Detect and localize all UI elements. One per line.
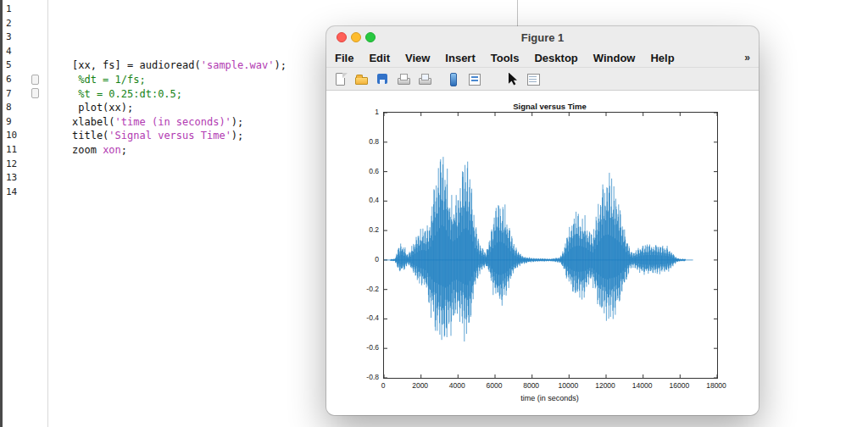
line-number: 5 (3, 58, 28, 73)
menu-desktop[interactable]: Desktop (534, 52, 577, 64)
line-number: 3 (3, 30, 28, 45)
y-tick-label: -0.8 (352, 373, 379, 381)
x-tick-label: 0 (364, 381, 402, 390)
line-number: 14 (3, 186, 28, 200)
line-number: 6 (3, 73, 28, 87)
toolbar (326, 68, 759, 91)
code-line[interactable]: %t = 0.25:dt:0.5; (72, 87, 287, 102)
menu-window[interactable]: Window (593, 52, 636, 64)
waveform-line (384, 157, 693, 341)
code-line[interactable]: [xx, fs] = audioread('sample.wav'); (72, 58, 287, 73)
code-line[interactable] (72, 3, 287, 17)
code-line[interactable]: zoom xon; (72, 143, 287, 158)
traffic-lights (337, 32, 376, 42)
line-number: 4 (3, 45, 28, 59)
menu-help[interactable]: Help (650, 52, 674, 64)
code-line[interactable] (72, 17, 287, 31)
code-line[interactable]: %dt = 1/fs; (72, 73, 287, 87)
code-segment: %dt = 1/fs; (72, 74, 146, 86)
code-segment: ; (121, 144, 127, 156)
code-fold-marker[interactable] (31, 75, 39, 85)
code-segment: xlabel( (72, 116, 115, 128)
code-segment: ); (231, 130, 243, 141)
titlebar[interactable]: Figure 1 (326, 26, 759, 48)
open-file-button[interactable] (353, 70, 370, 88)
line-number: 11 (3, 143, 28, 158)
code-segment: 'Signal versus Time' (108, 130, 231, 141)
plot-axes[interactable] (383, 112, 718, 379)
code-segment: ); (274, 59, 286, 71)
line-number: 10 (3, 129, 28, 143)
code-segment: 'sample.wav' (201, 59, 275, 71)
line-number: 13 (3, 171, 28, 186)
open-file-icon (354, 72, 369, 86)
code-area[interactable]: [xx, fs] = audioread('sample.wav'); %dt … (48, 3, 287, 199)
y-tick-label: 1 (352, 108, 379, 116)
background-window-edge (517, 0, 518, 26)
y-tick-label: 0.6 (352, 167, 379, 175)
code-line[interactable]: xlabel('time (in seconds)'); (72, 115, 287, 130)
code-segment: zoom (72, 144, 103, 156)
menu-tools[interactable]: Tools (491, 52, 520, 64)
code-line[interactable] (72, 186, 287, 200)
x-tick-label: 18000 (698, 381, 735, 390)
save-figure-icon (376, 72, 390, 86)
x-tick-label: 12000 (587, 381, 624, 390)
colorbar-icon (446, 72, 460, 86)
code-line[interactable]: plot(xx); (72, 101, 287, 115)
code-line[interactable] (72, 171, 287, 186)
line-number: 12 (3, 158, 28, 172)
colorbar-button[interactable] (444, 70, 462, 88)
x-tick-label: 10000 (549, 381, 587, 390)
edit-plot-icon (505, 72, 520, 86)
x-tick-label: 8000 (513, 381, 550, 390)
code-line[interactable] (72, 158, 287, 172)
minimize-button[interactable] (351, 32, 361, 42)
line-number: 1 (3, 3, 28, 17)
menu-edit[interactable]: Edit (369, 52, 390, 64)
new-figure-button[interactable] (331, 70, 349, 88)
y-tick-label: -0.2 (352, 285, 379, 293)
code-segment: title( (72, 130, 108, 141)
insert-legend-icon (467, 72, 481, 86)
y-tick-label: 0.4 (352, 196, 379, 204)
menu-view[interactable]: View (405, 52, 430, 64)
code-line[interactable]: title('Signal versus Time'); (72, 129, 287, 143)
menu-insert[interactable]: Insert (445, 52, 475, 64)
x-tick-label: 16000 (660, 381, 698, 390)
code-line[interactable] (72, 30, 287, 45)
line-number: 2 (3, 17, 28, 31)
code-line[interactable] (72, 45, 287, 59)
edit-plot-button[interactable] (504, 70, 521, 88)
close-button[interactable] (337, 32, 347, 42)
code-fold-marker[interactable] (31, 88, 39, 98)
x-tick-label: 6000 (476, 381, 513, 390)
y-tick-label: 0 (352, 255, 379, 263)
save-figure-button[interactable] (374, 70, 392, 88)
plot-title: Signal versus Time (383, 102, 716, 111)
code-segment: %t = 0.25:dt:0.5; (72, 88, 182, 100)
code-segment: xon (103, 144, 121, 156)
code-editor[interactable]: 1234567891011121314 [xx, fs] = audioread… (3, 0, 325, 427)
x-axis-label: time (in seconds) (383, 394, 716, 402)
print-preview-button[interactable] (416, 70, 434, 88)
print-preview-icon (418, 72, 432, 86)
menu-bar: » FileEditViewInsertToolsDesktopWindowHe… (326, 48, 759, 68)
menu-file[interactable]: File (335, 52, 353, 64)
zoom-button[interactable] (365, 32, 376, 42)
insert-legend-button[interactable] (465, 70, 483, 88)
waveform-plot (384, 113, 717, 378)
figure-canvas[interactable]: Signal versus Time 10.80.60.40.20-0.2-0.… (326, 91, 759, 415)
print-button[interactable] (395, 70, 413, 88)
line-number-gutter: 1234567891011121314 (3, 3, 28, 199)
code-segment: [xx, fs] = audioread( (72, 59, 201, 71)
y-tick-label: -0.4 (352, 313, 379, 322)
code-segment: plot(xx); (72, 102, 133, 114)
print-icon (397, 72, 411, 86)
menu-overflow-icon[interactable]: » (744, 52, 750, 64)
x-tick-label: 2000 (402, 381, 439, 390)
plot-browser-button[interactable] (525, 70, 542, 88)
code-segment: 'time (in seconds)' (115, 116, 231, 128)
line-number: 8 (3, 101, 28, 115)
line-number: 9 (3, 115, 28, 130)
